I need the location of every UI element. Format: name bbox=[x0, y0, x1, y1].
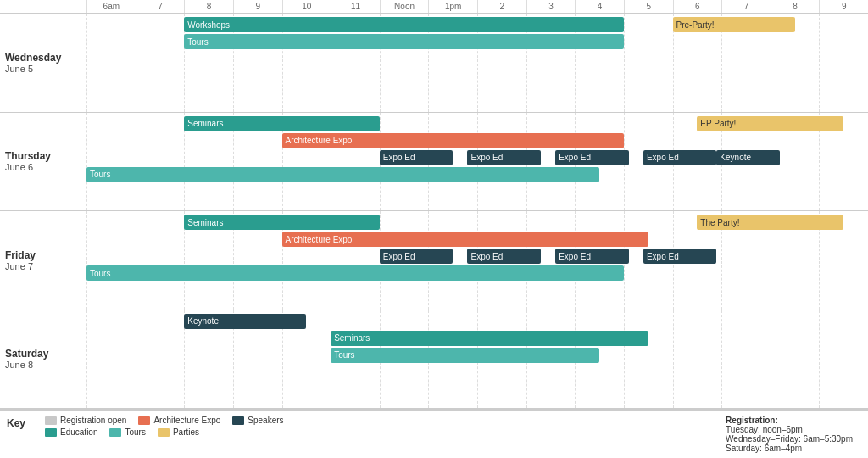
day-label: ThursdayJune 6 bbox=[0, 113, 86, 211]
key-item: Education bbox=[45, 427, 97, 437]
event-bar: Keynote bbox=[184, 314, 306, 329]
hour-tick: 3 bbox=[526, 0, 576, 13]
key-item-label: Architecture Expo bbox=[153, 416, 220, 425]
key-row-1: Registration openArchitecture ExpoSpeake… bbox=[45, 416, 726, 425]
hour-tick: 8 bbox=[184, 0, 233, 13]
grid-line bbox=[86, 211, 136, 310]
grid-line bbox=[136, 113, 185, 211]
grid-line bbox=[136, 310, 185, 409]
event-bar: Keynote bbox=[716, 150, 780, 165]
key-swatch bbox=[109, 428, 121, 437]
hour-tick: 6am bbox=[86, 0, 136, 13]
key-row-2: EducationToursParties bbox=[45, 427, 726, 437]
hour-tick: 7 bbox=[136, 0, 185, 13]
day-chart: KeynoteSeminarsTours bbox=[86, 310, 868, 409]
key-items: Registration openArchitecture ExpoSpeake… bbox=[45, 416, 726, 437]
grid-line bbox=[819, 14, 868, 112]
event-bar: Expo Ed bbox=[467, 249, 540, 264]
event-bar: Tours bbox=[184, 34, 624, 49]
event-bar: Seminars bbox=[331, 331, 648, 346]
key-item-label: Education bbox=[60, 427, 97, 437]
event-bar: Expo Ed bbox=[555, 249, 628, 264]
grid-line bbox=[819, 310, 868, 409]
key-item: Tours bbox=[109, 427, 145, 437]
registration-label: Registration: bbox=[726, 416, 778, 425]
day-label: SaturdayJune 8 bbox=[0, 310, 86, 409]
hour-tick: Noon bbox=[380, 0, 429, 13]
grid-line bbox=[721, 310, 771, 409]
key-section: Key Registration openArchitecture ExpoSp… bbox=[0, 409, 868, 458]
key-item-label: Speakers bbox=[248, 416, 283, 425]
hour-tick: 11 bbox=[331, 0, 380, 13]
grid-line bbox=[86, 14, 136, 112]
grid-line bbox=[86, 113, 136, 211]
grid-line bbox=[673, 310, 722, 409]
day-name: Friday bbox=[5, 249, 81, 261]
key-item: Speakers bbox=[232, 416, 283, 425]
registration-line: Tuesday: noon–6pm bbox=[726, 425, 803, 434]
key-item-label: Registration open bbox=[60, 416, 126, 425]
event-bar: Expo Ed bbox=[555, 150, 628, 165]
event-bar: Architecture Expo bbox=[282, 133, 624, 148]
key-item-label: Parties bbox=[173, 427, 199, 437]
key-item: Parties bbox=[158, 427, 199, 437]
hour-tick: 4 bbox=[575, 0, 624, 13]
key-item-label: Tours bbox=[125, 427, 145, 437]
event-bar: Expo Ed bbox=[643, 249, 716, 264]
key-label: Key bbox=[7, 416, 45, 429]
event-bar: The Party! bbox=[697, 215, 843, 230]
timeline-hours: 6am7891011Noon1pm23456789 bbox=[86, 0, 868, 13]
key-swatch bbox=[232, 416, 244, 425]
registration-line: Wednesday–Friday: 6am–5:30pm bbox=[726, 434, 853, 444]
schedule-container: 6am7891011Noon1pm23456789 WednesdayJune … bbox=[0, 0, 868, 458]
timeline-header: 6am7891011Noon1pm23456789 bbox=[0, 0, 868, 14]
key-item: Architecture Expo bbox=[138, 416, 220, 425]
key-swatch bbox=[158, 428, 170, 437]
hour-tick: 6 bbox=[673, 0, 722, 13]
day-row: ThursdayJune 6SeminarsArchitecture ExpoE… bbox=[0, 113, 868, 212]
hour-tick: 2 bbox=[477, 0, 526, 13]
event-bar: Pre-Party! bbox=[673, 17, 795, 32]
day-name: Saturday bbox=[5, 348, 81, 360]
key-swatch bbox=[45, 416, 57, 425]
day-label: FridayJune 7 bbox=[0, 211, 86, 310]
grid-line bbox=[136, 14, 185, 112]
day-chart: SeminarsArchitecture ExpoExpo EdExpo EdE… bbox=[86, 211, 868, 310]
event-bar: Expo Ed bbox=[380, 249, 453, 264]
event-bar: Tours bbox=[331, 348, 599, 363]
event-bar: Architecture Expo bbox=[282, 232, 648, 247]
day-chart: SeminarsArchitecture ExpoExpo EdExpo EdE… bbox=[86, 113, 868, 211]
header-day-col bbox=[0, 0, 86, 13]
hour-tick: 9 bbox=[233, 0, 282, 13]
day-name: Wednesday bbox=[5, 52, 81, 64]
day-row: SaturdayJune 8KeynoteSeminarsTours bbox=[0, 310, 868, 410]
event-bar: Seminars bbox=[184, 116, 380, 131]
event-bar: Seminars bbox=[184, 215, 380, 230]
day-name: Thursday bbox=[5, 150, 81, 162]
day-date: June 7 bbox=[5, 261, 81, 271]
grid-line bbox=[624, 14, 673, 112]
hour-tick: 10 bbox=[282, 0, 331, 13]
hour-tick: 7 bbox=[721, 0, 771, 13]
grid-line bbox=[771, 310, 820, 409]
key-swatch bbox=[138, 416, 150, 425]
event-bar: Expo Ed bbox=[643, 150, 716, 165]
event-bar: Workshops bbox=[184, 17, 624, 32]
day-date: June 6 bbox=[5, 162, 81, 172]
event-bar: Tours bbox=[86, 167, 599, 182]
day-label: WednesdayJune 5 bbox=[0, 14, 86, 112]
day-date: June 5 bbox=[5, 64, 81, 74]
hour-tick: 9 bbox=[819, 0, 868, 13]
day-date: June 8 bbox=[5, 360, 81, 370]
day-row: FridayJune 7SeminarsArchitecture ExpoExp… bbox=[0, 211, 868, 310]
event-bar: Expo Ed bbox=[467, 150, 540, 165]
hour-tick: 1pm bbox=[428, 0, 477, 13]
day-chart: WorkshopsToursPre-Party! bbox=[86, 14, 868, 112]
key-swatch bbox=[45, 428, 57, 437]
hour-tick: 8 bbox=[771, 0, 820, 13]
event-bar: Tours bbox=[86, 265, 624, 281]
hour-tick: 5 bbox=[624, 0, 673, 13]
event-bar: EP Party! bbox=[697, 116, 843, 131]
day-row: WednesdayJune 5WorkshopsToursPre-Party! bbox=[0, 14, 868, 113]
grid-line bbox=[136, 211, 185, 310]
